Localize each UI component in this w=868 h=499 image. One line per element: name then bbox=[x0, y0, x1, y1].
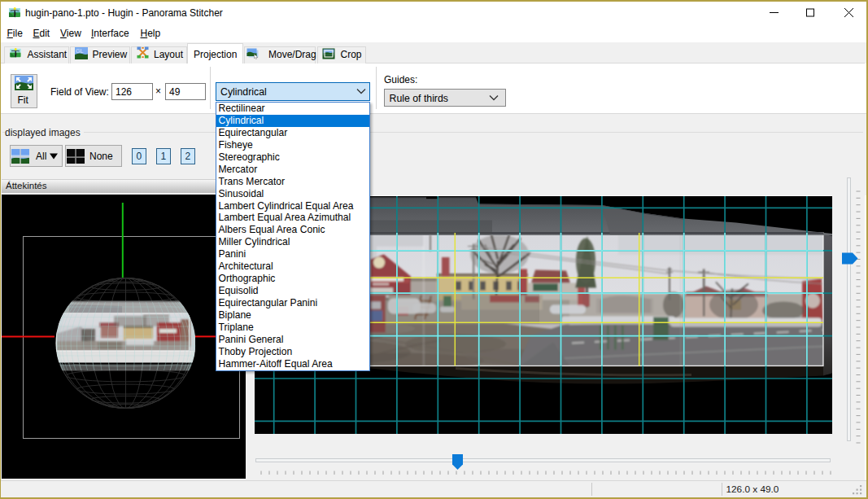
svg-text:GL: GL bbox=[76, 48, 83, 54]
